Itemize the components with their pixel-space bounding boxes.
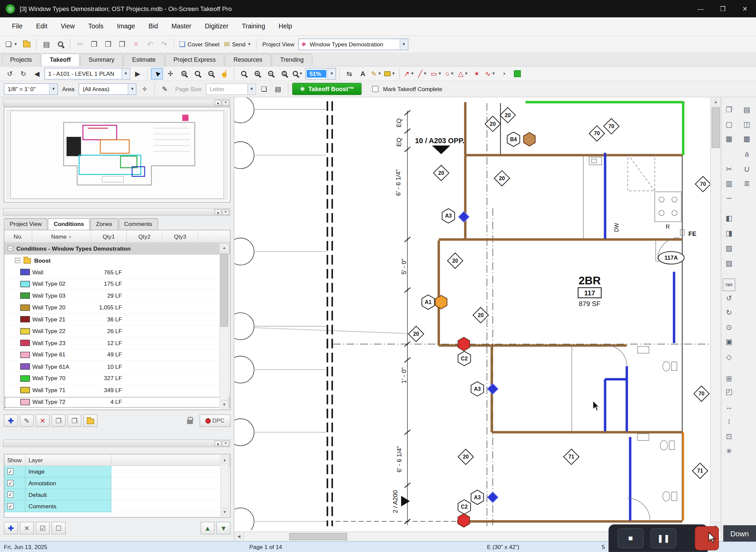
- collapse-icon[interactable]: ▲: [215, 440, 221, 446]
- plan-thumbnail[interactable]: [4, 107, 231, 202]
- menu-view[interactable]: View: [55, 19, 81, 33]
- column-header-no-[interactable]: No.: [4, 230, 32, 242]
- zoom-page-button[interactable]: [238, 68, 250, 80]
- zoom-fit-button[interactable]: ▼: [292, 68, 304, 80]
- layer-row[interactable]: ✓Annotation: [4, 477, 230, 489]
- add-condition-button[interactable]: ✚: [4, 414, 18, 427]
- canvas-vertical-scrollbar[interactable]: ▲ ▼: [710, 98, 721, 532]
- zoom-in-tool-button[interactable]: [178, 68, 190, 80]
- minimize-button[interactable]: —: [689, 0, 712, 17]
- condition-row[interactable]: Wall Type 02175 LF: [4, 278, 230, 290]
- page-setup-button[interactable]: ❏: [258, 83, 270, 95]
- redo-button[interactable]: ↷: [158, 38, 171, 50]
- paste-button[interactable]: ❒: [102, 38, 115, 50]
- image-settings-icon[interactable]: ✳: [723, 445, 735, 457]
- condition-row[interactable]: Wall Type 71349 LF: [4, 385, 230, 396]
- panel-tab-project-view[interactable]: Project View: [4, 218, 48, 230]
- zoom-window-icon[interactable]: ⊞: [723, 373, 735, 385]
- pan-hand-tool-button[interactable]: ☝: [218, 68, 230, 80]
- layer-visibility-checkbox[interactable]: ✓: [7, 492, 14, 498]
- uncheck-all-layers-button[interactable]: ☐: [51, 522, 66, 535]
- menu-edit[interactable]: Edit: [30, 19, 53, 33]
- scroll-up-icon[interactable]: ▲: [221, 456, 228, 464]
- menu-help[interactable]: Help: [273, 19, 299, 33]
- list-view-icon[interactable]: ▤: [741, 104, 753, 116]
- check-all-layers-button[interactable]: ☑: [36, 522, 50, 535]
- add-layer-button[interactable]: ✚: [4, 522, 18, 535]
- condition-row[interactable]: Wall Type 70327 LF: [4, 373, 230, 385]
- arrow-annotation-button[interactable]: ↗▼: [403, 68, 415, 80]
- zoom-out-tool-button[interactable]: [205, 68, 217, 80]
- send-button[interactable]: ✉Send▼: [222, 38, 252, 50]
- area-lookup-button[interactable]: ✧: [138, 83, 150, 95]
- layer-visibility-checkbox[interactable]: ✓: [7, 468, 14, 474]
- chevron-down-icon[interactable]: ▼: [247, 84, 256, 95]
- text-tool-button[interactable]: A: [357, 68, 369, 80]
- timer-tool-button[interactable]: ◔: [498, 68, 510, 80]
- rotate-left-icon[interactable]: ↺: [723, 292, 735, 305]
- close-icon[interactable]: ✕: [222, 100, 229, 106]
- scale-selector[interactable]: 1/8" = 1' 0" ▼: [4, 83, 58, 95]
- close-icon[interactable]: ✕: [222, 440, 229, 446]
- undo-button[interactable]: ↶: [144, 38, 156, 50]
- condition-row[interactable]: Wall Type 201,055 LF: [4, 302, 230, 314]
- line-annotation-button[interactable]: ╱▼: [417, 68, 429, 80]
- chevron-down-icon[interactable]: ▼: [49, 84, 58, 95]
- layers-scrollbar[interactable]: ▲ ▼: [220, 455, 229, 516]
- image-view-icon[interactable]: ◫: [741, 118, 753, 131]
- forward-button[interactable]: ↻: [17, 68, 29, 80]
- open-button[interactable]: [20, 38, 33, 50]
- new-takeoff-button[interactable]: ❏▼: [4, 38, 19, 50]
- pause-button[interactable]: ❚❚: [650, 528, 676, 548]
- layer-row[interactable]: ✓Default: [4, 489, 230, 501]
- project-selector[interactable]: ❖ Window Types Demostration ▼: [298, 38, 408, 50]
- page-size-selector[interactable]: Letter ▼: [206, 83, 256, 95]
- column-header-name[interactable]: Name▲: [32, 230, 91, 242]
- download-toast[interactable]: Down: [723, 525, 756, 542]
- flip-horizontal-icon[interactable]: ◧: [723, 212, 735, 225]
- column-header-qty3[interactable]: Qty3: [163, 230, 198, 242]
- delete-layer-button[interactable]: ✕: [20, 522, 34, 535]
- scroll-up-icon[interactable]: ▲: [711, 98, 721, 107]
- print-preview-button[interactable]: [54, 38, 67, 50]
- move-layer-down-button[interactable]: ▼: [216, 522, 230, 535]
- lock-button[interactable]: [183, 414, 197, 427]
- tab-projects[interactable]: Projects: [1, 53, 40, 66]
- floor-plan-canvas[interactable]: 2020202020202020707070707171B4A3A1C2A3A3…: [234, 98, 710, 530]
- stop-button[interactable]: ■: [618, 528, 644, 548]
- layer-column-layer[interactable]: Layer: [26, 454, 112, 466]
- column-header-qty1[interactable]: Qty1: [91, 230, 127, 242]
- zoom-out-button[interactable]: [265, 68, 277, 80]
- close-button[interactable]: ✕: [734, 0, 756, 17]
- zoom-level-input[interactable]: 51% ▼: [305, 68, 336, 80]
- pan-tool-button[interactable]: ✛: [164, 68, 176, 80]
- curve-annotation-button[interactable]: ∿▼: [484, 68, 496, 80]
- highlighter-tool-button[interactable]: ✎▼: [370, 68, 382, 80]
- zoom-in-button[interactable]: [251, 68, 263, 80]
- cover-sheet-button[interactable]: ❑Cover Sheet: [178, 38, 221, 50]
- delete-condition-button[interactable]: ✕: [36, 414, 50, 427]
- panel-tab-conditions[interactable]: Conditions: [48, 218, 90, 230]
- tab-trending[interactable]: Trending: [272, 53, 313, 66]
- select-tool-button[interactable]: ▶: [151, 68, 163, 80]
- rectangle-annotation-button[interactable]: ▭▼: [430, 68, 442, 80]
- scroll-up-icon[interactable]: ▲: [220, 244, 228, 252]
- maximize-button[interactable]: ❐: [712, 0, 734, 17]
- paste-special-button[interactable]: ❒: [116, 38, 128, 50]
- page-selector[interactable]: 1 - A101 - LEVEL 1 PLAN ▼: [44, 68, 130, 80]
- columns-icon[interactable]: ▥: [723, 177, 735, 190]
- tab-estimate[interactable]: Estimate: [124, 53, 164, 66]
- menu-digitizer[interactable]: Digitizer: [199, 19, 235, 33]
- copy-condition-button[interactable]: ❒: [68, 414, 82, 427]
- cut-button[interactable]: ✂: [74, 38, 87, 50]
- notes-icon[interactable]: ≣: [741, 177, 753, 190]
- chevron-down-icon[interactable]: ▼: [327, 68, 336, 79]
- new-folder-button[interactable]: [84, 414, 98, 427]
- panel-tab-comments[interactable]: Comments: [118, 218, 157, 230]
- close-icon[interactable]: ✕: [222, 209, 229, 215]
- move-layer-up-button[interactable]: ▲: [201, 522, 215, 535]
- scrollbar-thumb[interactable]: [289, 533, 347, 540]
- print-page-button[interactable]: ▤: [272, 83, 284, 95]
- scroll-left-icon[interactable]: ◀: [234, 532, 244, 541]
- crop-icon[interactable]: ▣: [723, 335, 735, 348]
